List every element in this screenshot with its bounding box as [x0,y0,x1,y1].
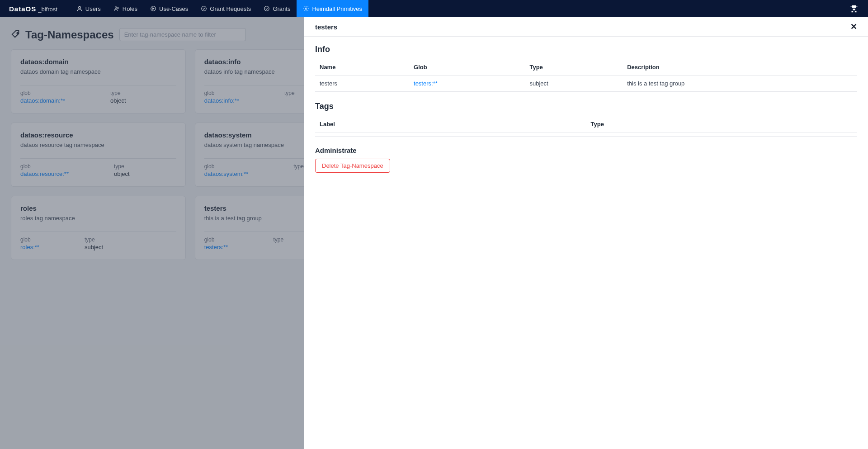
svg-point-0 [78,6,80,9]
close-icon[interactable]: ✕ [850,23,857,31]
tags-table: Label Type [315,116,857,137]
nav-label: Grant Requests [210,5,251,12]
nav-label: Users [85,5,101,12]
check-circle-icon [264,5,270,12]
cell-glob-link[interactable]: testers:** [414,80,438,87]
svg-point-5 [264,6,269,11]
table-row-empty [315,132,857,137]
delete-tag-namespace-button[interactable]: Delete Tag-Namespace [315,159,390,173]
th-type: Type [525,59,623,76]
detail-panel: testers ✕ Info Name Glob Type Descriptio… [304,17,868,449]
svg-rect-11 [852,11,854,13]
svg-point-2 [118,8,118,9]
th-desc: Description [623,59,857,76]
nav-label: Heimdall Primitives [312,5,362,12]
info-table: Name Glob Type Description testers teste… [315,59,857,92]
brand-sub: _bifrost [38,6,57,13]
svg-rect-12 [855,11,857,13]
cell-desc: this is a test tag group [623,76,857,92]
nav-roles[interactable]: Roles [107,0,144,17]
brand-logo: DataOS [9,5,36,13]
user-icon [76,5,83,12]
th-name: Name [315,59,409,76]
nav-label: Roles [123,5,137,12]
th-type: Type [586,116,858,132]
admin-heading: Administrate [315,147,857,154]
info-heading: Info [315,45,857,54]
nav-users[interactable]: Users [70,0,107,17]
play-circle-icon [150,5,156,12]
nav-grants[interactable]: Grants [257,0,297,17]
nav-items: Users Roles Use-Cases Grant Requests Gra… [70,0,368,17]
panel-title: testers [315,23,337,31]
nav-grant-requests[interactable]: Grant Requests [194,0,257,17]
nav-right [849,4,859,14]
th-glob: Glob [409,59,525,76]
tags-heading: Tags [315,102,857,111]
panel-body: Info Name Glob Type Description testers … [304,37,868,181]
svg-rect-10 [853,9,855,10]
nav-heimdall-primitives[interactable]: Heimdall Primitives [297,0,368,17]
nav-label: Use-Cases [159,5,188,12]
panel-header: testers ✕ [304,17,868,37]
table-row: testers testers:** subject this is a tes… [315,76,857,92]
nav-label: Grants [273,5,290,12]
cell-name: testers [315,76,409,92]
svg-rect-9 [857,6,858,7]
top-nav: DataOS _bifrost Users Roles Use-Cases G [0,0,868,17]
svg-point-6 [306,8,307,9]
svg-point-4 [202,6,207,11]
svg-rect-7 [852,5,856,8]
nav-use-cases[interactable]: Use-Cases [144,0,194,17]
brand: DataOS _bifrost [9,5,57,13]
svg-rect-8 [851,6,852,7]
check-circle-icon [201,5,207,12]
cell-type: subject [525,76,623,92]
gear-icon [303,5,309,12]
roles-icon [113,5,120,12]
th-label: Label [315,116,586,132]
svg-point-1 [115,7,117,8]
robot-icon[interactable] [849,4,859,14]
